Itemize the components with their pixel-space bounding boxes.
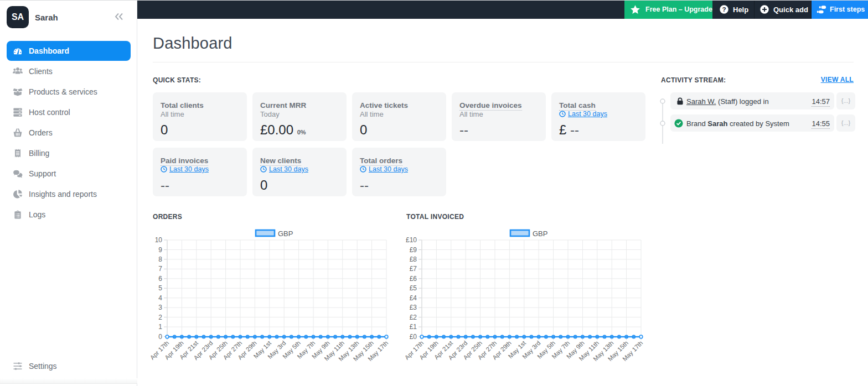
svg-text:7: 7 [158, 265, 162, 273]
svg-text:?: ? [722, 6, 726, 13]
svg-text:£9: £9 [410, 246, 417, 254]
svg-text:£5: £5 [410, 284, 417, 292]
svg-text:10: 10 [155, 236, 163, 244]
svg-text:£2: £2 [410, 314, 417, 321]
svg-text:£8: £8 [410, 255, 417, 263]
svg-text:£4: £4 [410, 294, 417, 302]
svg-text:£1: £1 [410, 323, 417, 331]
svg-text:1: 1 [158, 323, 162, 331]
svg-text:£0: £0 [410, 333, 417, 341]
svg-text:6: 6 [158, 275, 162, 283]
svg-text:GBP: GBP [278, 229, 293, 238]
svg-text:GBP: GBP [533, 229, 547, 238]
svg-text:8: 8 [158, 255, 162, 263]
svg-text:£6: £6 [410, 275, 417, 283]
svg-text:0: 0 [158, 333, 162, 341]
svg-text:2: 2 [158, 314, 162, 321]
svg-text:9: 9 [158, 246, 162, 254]
svg-text:3: 3 [158, 304, 162, 311]
svg-text:£7: £7 [410, 265, 417, 273]
svg-text:4: 4 [158, 294, 162, 302]
svg-text:5: 5 [158, 284, 162, 292]
svg-text:£10: £10 [406, 236, 417, 244]
svg-text:£3: £3 [410, 304, 417, 311]
